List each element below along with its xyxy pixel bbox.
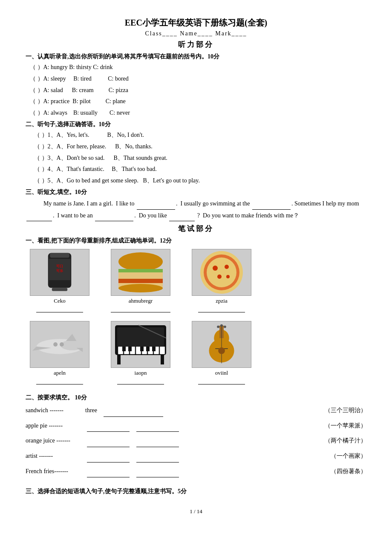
q2-row-5: French fries------- （四份薯条） — [26, 465, 366, 479]
violin-image — [192, 321, 251, 368]
q2-label-1: sandwich ------- — [26, 405, 85, 416]
page-title: EEC小学五年级英语下册练习题(全套) — [26, 17, 366, 29]
image-item-burger: ahmubregr — [107, 249, 175, 313]
svg-point-14 — [207, 257, 236, 287]
q2-chinese-1: （三个三明治） — [315, 405, 366, 416]
svg-rect-36 — [122, 347, 126, 351]
q3-text: My name is Jane. I am a girl. I like to … — [26, 198, 366, 221]
q2-blank-2a[interactable] — [87, 420, 130, 432]
q2-blanks-2 — [85, 419, 315, 433]
subtitle-line: Class____ Name____ Mark____ — [26, 30, 366, 37]
q2-chinese-3: （两个橘子汁） — [315, 435, 366, 447]
q1-instruction: 一、认真听录音,选出你所听到的单词,将其序号填写在题前的括号内。10分 — [26, 53, 366, 61]
svg-point-50 — [217, 326, 219, 328]
listening-heading: 听力部分 — [26, 40, 366, 49]
writing-heading: 笔试部分 — [26, 224, 366, 234]
images-row-2: apeln — [26, 321, 366, 385]
q2-label-2: apple pie ------- — [26, 420, 85, 432]
list-item: （ ）A: always B: usually C: never — [30, 108, 366, 118]
list-item: （ ）1、A、Yes, let's. B、No, I don't. — [34, 130, 366, 140]
svg-point-16 — [225, 265, 229, 269]
svg-rect-37 — [128, 347, 132, 351]
q2-label-4: artist ------- — [26, 451, 85, 462]
svg-rect-8 — [118, 272, 163, 279]
q2-table: sandwich ------- three （三个三明治） apple pie… — [26, 404, 366, 478]
list-item: （ ）A: sleepy B: tired C: bored — [30, 74, 366, 84]
burger-label: ahmubregr — [129, 298, 153, 304]
q2-blank-5a[interactable] — [87, 466, 130, 478]
svg-point-17 — [217, 275, 222, 279]
list-item: （ ）A: salad B: cream C: pizza — [30, 85, 366, 95]
q2-chinese-5: （四份薯条） — [315, 466, 366, 477]
svg-rect-5 — [52, 288, 67, 291]
q2-blanks-1: three — [85, 404, 315, 418]
svg-rect-4 — [50, 253, 69, 258]
svg-point-6 — [118, 252, 163, 271]
q2-row-3: orange juice ------- （两个橘子汁） — [26, 434, 366, 448]
writing-q3-instruction: 三、选择合适的短语填入句子,使句子完整通顺,注意书写。5分 — [26, 488, 366, 495]
q2-blank-4a[interactable] — [87, 451, 130, 462]
q1-list: （ ）A: hungry B: thirsty C: drink （ ）A: s… — [26, 62, 366, 118]
q2-blank-1a[interactable] — [104, 405, 163, 417]
q2-blank-5b[interactable] — [136, 466, 179, 478]
writing-q2-instruction: 二、按要求填空。 10分 — [26, 394, 366, 402]
svg-rect-40 — [152, 347, 156, 351]
q3-instruction: 三、听短文,填空。10分 — [26, 188, 366, 196]
pizza-image — [192, 249, 251, 296]
q2-blanks-5 — [85, 465, 315, 479]
q2-row-1: sandwich ------- three （三个三明治） — [26, 404, 366, 418]
plane-label: apeln — [54, 370, 66, 376]
list-item: （ ）A: hungry B: thirsty C: drink — [30, 62, 366, 72]
q2-label-3: orange juice ------- — [26, 435, 85, 447]
list-item: （ ）A: practice B: pilot C: plane — [30, 96, 366, 107]
svg-point-15 — [213, 266, 218, 271]
violin-answer[interactable] — [198, 377, 245, 384]
coke-image: 可口 可乐 — [30, 249, 89, 296]
svg-point-49 — [218, 347, 225, 354]
q2-blank-3a[interactable] — [87, 435, 130, 447]
page-number: 1 / 14 — [26, 508, 366, 515]
list-item: （ ）3、A、Don't be so sad. B、That sounds gr… — [34, 153, 366, 163]
burger-image — [111, 249, 170, 296]
burger-answer[interactable] — [111, 305, 170, 312]
svg-rect-27 — [117, 327, 164, 347]
writing-q1-instruction: 一、看图,把下面的字母重新排序,组成正确地单词。12分 — [26, 237, 366, 245]
coke-label: Ceko — [54, 298, 65, 304]
plane-image — [30, 321, 89, 368]
svg-point-11 — [118, 284, 163, 292]
q2-blank-2b[interactable] — [136, 420, 179, 432]
svg-text:可乐: 可乐 — [56, 269, 63, 273]
q2-blank-4b[interactable] — [136, 451, 179, 462]
image-item-pizza: zpzia — [187, 249, 256, 313]
list-item: （ ）5、A、Go to bed and get some sleep. B、L… — [34, 176, 366, 186]
piano-answer[interactable] — [117, 377, 164, 384]
image-item-coke: 可口 可乐 Ceko — [26, 249, 94, 313]
plane-answer[interactable] — [36, 377, 83, 384]
svg-rect-41 — [117, 355, 121, 364]
q2-row-4: artist ------- （一个画家） — [26, 450, 366, 463]
svg-rect-35 — [160, 347, 165, 354]
q2-row-2: apple pie ------- （一个苹果派） — [26, 419, 366, 433]
q2-blank-3b[interactable] — [136, 435, 179, 447]
coke-answer[interactable] — [36, 305, 83, 312]
svg-marker-22 — [66, 334, 77, 341]
q2-blanks-4 — [85, 450, 315, 463]
q2-instruction: 二、听句子,选择正确答语。10分 — [26, 121, 366, 128]
violin-label: oviinl — [215, 370, 228, 376]
svg-rect-9 — [118, 279, 163, 283]
q2-chinese-2: （一个苹果派） — [315, 420, 366, 432]
svg-text:可口: 可口 — [56, 264, 63, 268]
images-row-1: 可口 可乐 Ceko a — [26, 249, 366, 313]
svg-point-24 — [53, 342, 58, 347]
q2-label-5: French fries------- — [26, 466, 85, 477]
pizza-answer[interactable] — [198, 305, 245, 312]
svg-rect-39 — [146, 347, 150, 351]
image-item-piano: iaopn — [107, 321, 175, 385]
svg-point-51 — [220, 324, 223, 327]
pizza-label: zpzia — [216, 298, 227, 304]
image-item-violin: oviinl — [187, 321, 256, 385]
list-item: （ ）2、A、For here, please. B、No, thanks. — [34, 142, 366, 152]
image-item-plane: apeln — [26, 321, 94, 385]
list-item: （ ）4、A、That's fantastic. B、That's too ba… — [34, 164, 366, 174]
svg-point-25 — [60, 342, 64, 347]
